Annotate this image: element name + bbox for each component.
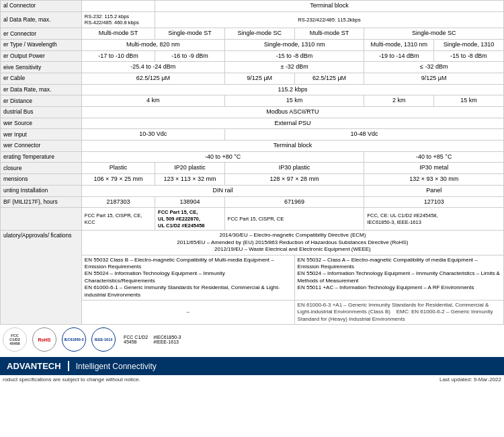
- row-cell: -15 to -8 dBm: [224, 50, 364, 62]
- row-cell: RS-232: 115.2 kbpsRS-422/485: 460.8 kbps: [81, 11, 155, 28]
- row-cell: Single-mode SC: [224, 28, 294, 40]
- spec-table: al Connector Terminal block al Data Rate…: [0, 0, 504, 325]
- table-row: erating Temperature -40 to +80 °C -40 to…: [1, 151, 504, 163]
- row-cell: 15 km: [434, 95, 504, 107]
- table-row: al Connector Terminal block: [1, 1, 504, 12]
- row-cell: 138904: [155, 196, 225, 208]
- last-updated: Last updated: 9-Mar-2022: [439, 376, 501, 383]
- directives-cell: 2014/30/EU – Electro-magnetic Compatibil…: [81, 231, 503, 255]
- row-cell: ≤ -32 dBm: [364, 62, 504, 73]
- row-cell: Terminal block: [155, 1, 504, 12]
- brand-name: ADVANTECH: [7, 361, 69, 371]
- row-cell: -17 to -10 dBm: [81, 50, 155, 62]
- row-label: er Type / Wavelength: [1, 39, 82, 50]
- row-cell: Terminal block: [81, 141, 503, 152]
- row-cell: 10-48 Vdc: [224, 129, 503, 141]
- row-cell: -19 to -14 dBm: [364, 50, 434, 62]
- row-label: al Connector: [1, 1, 82, 12]
- row-cell: 106 × 79 × 25 mm: [81, 174, 155, 186]
- table-row: dustrial Bus Modbus ASCII/RTU: [1, 107, 504, 118]
- row-cell: Single-mode ST: [155, 28, 225, 40]
- row-cell: FCC Part 15, CISPR, CE, KCC: [81, 208, 155, 231]
- row-label: erating Temperature: [1, 151, 82, 163]
- row-cell: -40 to +80 °C: [81, 151, 364, 163]
- row-cell: Single-mode, 1310: [434, 39, 504, 50]
- row-cell: Multi-mode ST: [294, 28, 364, 40]
- row-cell: ± -32 dBm: [224, 62, 364, 73]
- table-row: BF (MILI217F), hours 2187303 138904 6719…: [1, 196, 504, 208]
- extra-right-cell: EN 61000-6-3 +A1 – Generic Immunity Stan…: [294, 300, 503, 324]
- row-cell: -16 to -9 dBm: [155, 50, 225, 62]
- table-row: wer Connector Terminal block: [1, 141, 504, 152]
- tagline: Intelligent Connectivity: [76, 362, 157, 371]
- row-label: closure: [1, 163, 82, 174]
- table-row: er Type / Wavelength Multi-mode, 820 nm …: [1, 39, 504, 50]
- row-label: mensions: [1, 174, 82, 186]
- table-row: eive Sensitivity -25.4 to -24 dBm ± -32 …: [1, 62, 504, 73]
- row-cell: 671969: [224, 196, 364, 208]
- row-cell: 62.5/125 µM: [81, 73, 224, 84]
- table-row: er Cable 62.5/125 µM 9/125 µM 62.5/125 µ…: [1, 73, 504, 84]
- cert-label-245458: 45458: [124, 340, 148, 344]
- row-cell: Multi-mode, 1310 nm: [364, 39, 434, 50]
- logos-section: FCCC1/D245458 RoHS IEC61850-3 IEEE-1613 …: [0, 325, 504, 354]
- row-cell: IP30 metal: [364, 163, 504, 174]
- cert-labels-right: #IEC61850-3 #IEEE-1613: [153, 335, 181, 344]
- row-cell: 115.2 kbps: [81, 84, 503, 95]
- footer-notice: roduct specifications are subject to cha…: [0, 375, 504, 384]
- table-row: er Connector Multi-mode ST Single-mode S…: [1, 28, 504, 40]
- cert-label-fcc: FCC C1/D2: [124, 335, 148, 340]
- row-cell: 128 × 97 × 28 mm: [224, 174, 364, 186]
- fcc-logo: FCCC1/D245458: [3, 327, 27, 352]
- row-cell: [81, 1, 155, 12]
- row-cell: Modbus ASCII/RTU: [81, 107, 503, 118]
- row-label: BF (MILI217F), hours: [1, 196, 82, 208]
- row-cell: -15 to -8 dBm: [434, 50, 504, 62]
- row-cell: 123 × 113 × 32 mm: [155, 174, 225, 186]
- row-cell: IP20 plastic: [155, 163, 225, 174]
- regulatory-row: ulatory/Approvals/ fications 2014/30/EU …: [1, 231, 504, 255]
- en-right-cell: EN 55032 – Class A – Electro-magnetic Co…: [294, 255, 503, 300]
- row-label: er Distance: [1, 95, 82, 107]
- row-label: wer Connector: [1, 141, 82, 152]
- table-row: closure Plastic IP20 plastic IP30 plasti…: [1, 163, 504, 174]
- row-cell: 127103: [364, 196, 504, 208]
- en-left-cell: EN 55032 Class B – Electro-magnetic Comp…: [81, 255, 294, 300]
- row-cell: FCC, CE: UL C1/D2 #E245458,IEC61850-3, I…: [364, 208, 504, 231]
- notice-text: roduct specifications are subject to cha…: [3, 376, 140, 383]
- row-cell: FCC Part 15, CE,UL 509 #E222870,UL C1/D2…: [155, 208, 225, 231]
- row-label: unting Installation: [1, 185, 82, 196]
- row-cell: External PSU: [81, 118, 503, 129]
- row-label: er Output Power: [1, 50, 82, 62]
- extra-left-cell: –: [81, 300, 294, 324]
- row-cell: 9/125 µM: [224, 73, 294, 84]
- rohs-logo: RoHS: [32, 327, 56, 352]
- row-cell: Panel: [364, 185, 504, 196]
- row-label: wer Input: [1, 129, 82, 141]
- cert-label-iec: #IEC61850-3: [153, 335, 181, 340]
- row-cell: RS-232/422/485: 115.2kbps: [155, 11, 504, 28]
- table-row: er Data Rate, max. 115.2 kbps: [1, 84, 504, 95]
- row-cell: Multi-mode ST: [81, 28, 155, 40]
- row-label: er Connector: [1, 28, 82, 40]
- row-cell: DIN rail: [81, 185, 364, 196]
- row-cell: 9/125 µM: [364, 73, 504, 84]
- table-row: al Data Rate, max. RS-232: 115.2 kbpsRS-…: [1, 11, 504, 28]
- row-cell: 4 km: [81, 95, 224, 107]
- row-cell: 15 km: [224, 95, 364, 107]
- row-label: er Cable: [1, 73, 82, 84]
- row-cell: 132 × 93 × 30 mm: [364, 174, 504, 186]
- row-label: dustrial Bus: [1, 107, 82, 118]
- row-cell: Plastic: [81, 163, 155, 174]
- row-label: wer Source: [1, 118, 82, 129]
- row-cell: Single-mode, 1310 nm: [224, 39, 364, 50]
- row-label: eive Sensitivity: [1, 62, 82, 73]
- row-cell: -40 to +85 °C: [364, 151, 504, 163]
- row-cell: Multi-mode, 820 nm: [81, 39, 224, 50]
- row-cell: 2 km: [364, 95, 434, 107]
- table-row: er Output Power -17 to -10 dBm -16 to -9…: [1, 50, 504, 62]
- table-row: unting Installation DIN rail Panel: [1, 185, 504, 196]
- row-cell: FCC Part 15, CISPR, CE: [224, 208, 364, 231]
- row-cell: -25.4 to -24 dBm: [81, 62, 224, 73]
- row-label: al Data Rate, max.: [1, 11, 82, 28]
